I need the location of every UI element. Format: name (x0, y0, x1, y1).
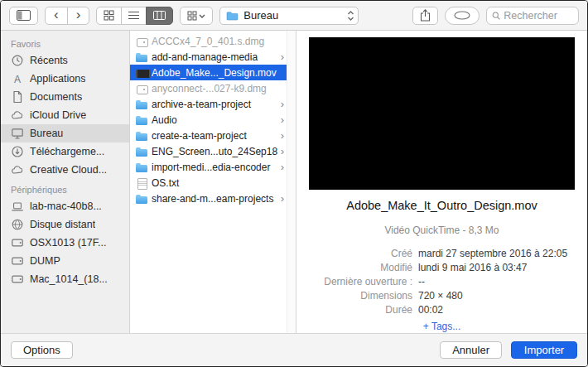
detail-row: Dernière ouverture :-- (309, 274, 575, 288)
sidebar-item-label: lab-mac-40b8... (30, 200, 102, 212)
globe-icon (11, 218, 24, 231)
detail-label: Dimensions (309, 290, 418, 302)
folder-icon (136, 99, 147, 110)
sidebar-item-label: iCloud Drive (30, 109, 86, 121)
dmg-icon (136, 83, 147, 94)
location-popup[interactable]: Bureau (219, 7, 359, 25)
file-row[interactable]: Audio› (130, 112, 296, 128)
back-button[interactable]: ‹ (45, 7, 68, 25)
sidebar-item-label: Applications (30, 73, 85, 85)
sidebar-item-dump[interactable]: DUMP (1, 252, 129, 270)
sidebar-item-label: Bureau (30, 128, 63, 139)
icon-view-button[interactable] (96, 7, 122, 25)
sidebar-item-label: Mac_1014_(18... (30, 273, 108, 285)
detail-value: 720 × 480 (418, 290, 463, 302)
file-name: OS.txt (152, 177, 284, 189)
sidebar-item-documents[interactable]: Documents (1, 88, 129, 106)
file-name: add-and-manage-media (152, 51, 277, 63)
sidebar-item-telechargements[interactable]: Téléchargeme... (1, 142, 129, 161)
detail-label: Créé (309, 248, 418, 259)
file-row[interactable]: Adobe_Make..._Design.mov (130, 65, 296, 80)
sidebar-item-lab-mac[interactable]: lab-mac-40b8... (1, 197, 129, 215)
doc-icon (11, 90, 24, 104)
column-view-button[interactable] (146, 7, 173, 25)
scrollbar-track[interactable] (287, 31, 296, 333)
footer: Options Annuler Importer (1, 333, 587, 366)
sidebar-item-osx1013[interactable]: OSX1013 (17F... (1, 234, 129, 252)
tag-oval-icon (454, 11, 470, 20)
folder-icon (136, 51, 147, 63)
icon-view-icon (104, 10, 114, 21)
sidebar-section-title: Favoris (1, 33, 129, 51)
file-name: Adobe_Make..._Design.mov (152, 67, 284, 79)
file-name: archive-a-team-project (152, 99, 277, 110)
sidebar-item-applications[interactable]: AApplications (1, 70, 129, 88)
desktop-icon (11, 127, 24, 140)
file-row[interactable]: ENG_Screen...uto_24Sep18› (130, 143, 296, 159)
sidebar-item-label: Documents (30, 91, 82, 103)
sidebar-item-creative-cloud[interactable]: Creative Cloud... (1, 161, 129, 179)
sidebar: FavorisRécentsAApplicationsDocumentsiClo… (1, 31, 130, 333)
svg-text:A: A (14, 74, 21, 85)
download-icon (11, 145, 24, 158)
folder-icon (136, 193, 147, 205)
group-by-button[interactable] (180, 7, 213, 25)
chevron-right-icon: › (281, 162, 284, 172)
sidebar-item-mac-1014[interactable]: Mac_1014_(18... (1, 270, 129, 288)
sidebar-item-disque-distant[interactable]: Disque distant (1, 215, 129, 234)
tags-button[interactable] (445, 7, 480, 25)
import-button[interactable]: Importer (511, 341, 577, 359)
sidebar-item-label: OSX1013 (17F... (30, 237, 106, 249)
folder-icon (136, 114, 147, 126)
file-name: ACCCx4_7_0_401.s.dmg (152, 36, 284, 47)
sidebar-item-label: Récents (30, 55, 68, 66)
folder-icon (136, 146, 147, 157)
list-view-button[interactable] (121, 7, 147, 25)
add-tags-link[interactable]: + Tags... (309, 321, 575, 332)
detail-row: Modifiélundi 9 mai 2016 à 03:47 (309, 260, 575, 274)
chevron-right-icon: › (281, 114, 284, 125)
view-mode-control (96, 7, 173, 25)
laptop-icon (11, 200, 24, 213)
sidebar-item-bureau[interactable]: Bureau (1, 124, 129, 142)
chevron-right-icon: › (281, 130, 284, 141)
preview-panel: Adobe_Make_It_Outro_Design.mov Vidéo Qui… (296, 31, 587, 333)
file-row[interactable]: import-medi...edia-encoder› (130, 159, 296, 175)
sidebar-toggle-button[interactable] (9, 7, 38, 25)
search-input[interactable] (504, 10, 573, 22)
disk-icon (11, 254, 24, 268)
location-label: Bureau (243, 9, 342, 22)
clock-icon (11, 54, 24, 67)
column-view-icon (153, 11, 166, 20)
sidebar-item-label: DUMP (30, 255, 60, 267)
forward-button[interactable]: › (67, 7, 90, 25)
file-row[interactable]: archive-a-team-project› (130, 96, 296, 112)
search-field[interactable] (486, 7, 579, 25)
file-row[interactable]: ACCCx4_7_0_401.s.dmg (130, 33, 296, 49)
file-name: Audio (152, 114, 277, 126)
apps-icon: A (11, 72, 24, 85)
detail-value: -- (418, 276, 425, 287)
detail-label: Dernière ouverture : (309, 276, 418, 287)
file-name: share-and-m...eam-projects (152, 193, 277, 205)
file-name: ENG_Screen...uto_24Sep18 (152, 146, 277, 157)
group-by-icon (187, 11, 205, 21)
dmg-icon (136, 36, 147, 47)
share-button[interactable] (412, 7, 438, 25)
file-row[interactable]: OS.txt (130, 175, 296, 191)
back-icon: ‹ (52, 7, 60, 22)
sidebar-item-icloud-drive[interactable]: iCloud Drive (1, 106, 129, 124)
options-button[interactable]: Options (11, 341, 73, 359)
list-view-icon (128, 11, 139, 20)
chevron-right-icon: › (281, 51, 284, 62)
sidebar-item-recents[interactable]: Récents (1, 51, 129, 70)
detail-row: Durée00:02 (309, 302, 575, 316)
file-row[interactable]: create-a-team-project› (130, 128, 296, 143)
file-row[interactable]: share-and-m...eam-projects› (130, 191, 296, 206)
file-row[interactable]: add-and-manage-media› (130, 49, 296, 65)
file-row[interactable]: anyconnect-...027-k9.dmg (130, 80, 296, 96)
sidebar-item-label: Creative Cloud... (30, 164, 107, 176)
chevron-right-icon: › (281, 99, 284, 109)
file-list: ACCCx4_7_0_401.s.dmgadd-and-manage-media… (130, 33, 296, 206)
cancel-button[interactable]: Annuler (440, 341, 502, 359)
